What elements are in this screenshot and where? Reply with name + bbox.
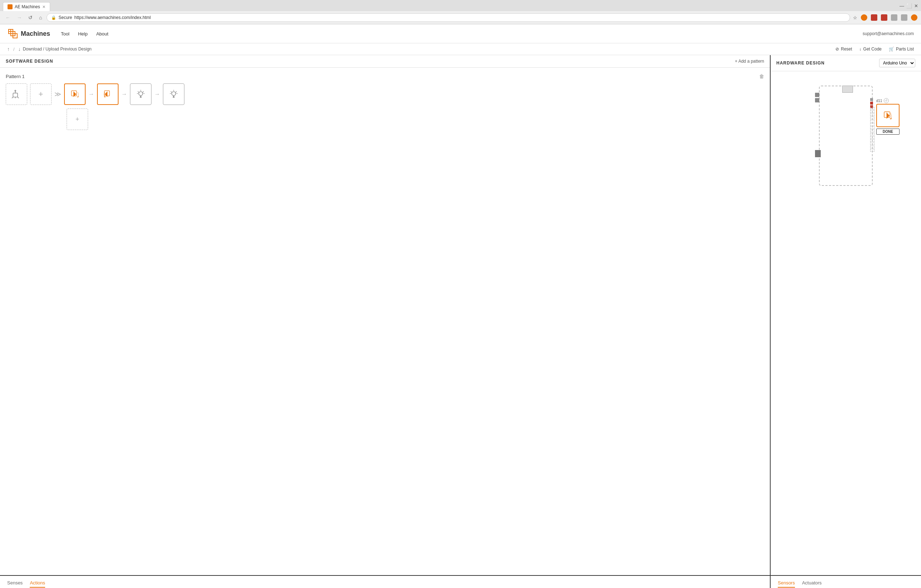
app: Machines Tool Help About support@aemachi… — [0, 24, 921, 588]
action-block-2[interactable] — [97, 83, 119, 105]
reload-button[interactable]: ↺ — [26, 14, 34, 21]
dashed-pin — [870, 123, 874, 126]
plus-icon: + — [39, 90, 43, 99]
tab-close-icon[interactable]: ✕ — [42, 5, 46, 9]
extension-icon-2[interactable] — [871, 14, 877, 21]
dashed-pin — [870, 126, 874, 129]
bookmark-icon[interactable]: ☆ — [853, 15, 857, 20]
nav-about[interactable]: About — [96, 31, 109, 36]
toolbar: ↑ / ↓ Download / Upload Previous Design … — [0, 43, 921, 55]
pin-block — [815, 98, 819, 103]
secure-badge: 🔒 — [51, 15, 56, 20]
home-button[interactable]: ⌂ — [37, 14, 44, 21]
tab-favicon — [8, 4, 13, 9]
rotate-cw-icon — [69, 88, 81, 100]
get-code-label: Get Code — [863, 47, 882, 52]
flow-arrow: ≫ — [54, 90, 61, 98]
delete-icon[interactable]: 🗑 — [759, 73, 764, 79]
bottom-right-tabs: Sensors Actuators — [778, 580, 914, 588]
pin — [870, 98, 873, 101]
right-pins — [870, 98, 873, 108]
actions-tab[interactable]: Actions — [30, 580, 45, 588]
actuators-tab[interactable]: Actuators — [802, 580, 822, 588]
senses-tab[interactable]: Senses — [7, 580, 23, 588]
dashed-pin — [870, 136, 874, 138]
toolbar-left: ↑ / ↓ Download / Upload Previous Design — [7, 46, 92, 52]
dashed-pin — [870, 139, 874, 142]
extension-icon-5[interactable] — [901, 14, 907, 21]
hardware-content: d11 ↺ DONE — [771, 71, 921, 575]
add-pattern-button[interactable]: + Add a pattern — [735, 59, 764, 64]
nav-tool[interactable]: Tool — [61, 31, 70, 36]
minimize-button[interactable]: — — [900, 3, 904, 8]
sensors-tab[interactable]: Sensors — [778, 580, 795, 588]
board-visual: d11 ↺ DONE — [810, 78, 882, 193]
secure-label: Secure — [59, 15, 72, 20]
svg-rect-5 — [13, 93, 18, 97]
forward-button[interactable]: → — [15, 14, 24, 21]
extension-icon-4[interactable] — [891, 14, 897, 21]
nav-help[interactable]: Help — [78, 31, 88, 36]
bottom-panel: Senses Actions Rotate CW — [0, 575, 921, 588]
board-outline — [819, 86, 873, 186]
get-code-icon: ↓ — [859, 47, 862, 52]
dashed-pin — [870, 110, 874, 113]
dashed-pin — [870, 107, 874, 109]
connector-arrow-1: → — [88, 91, 94, 98]
sense-block[interactable] — [6, 83, 27, 105]
svg-line-9 — [18, 97, 19, 98]
svg-point-15 — [138, 92, 143, 96]
add-sense-block[interactable]: + — [30, 83, 52, 105]
light-icon-1 — [135, 88, 146, 100]
extension-icon-6[interactable] — [911, 14, 918, 21]
software-panel: SOFTWARE DESIGN + Add a pattern Pattern … — [0, 55, 771, 575]
close-button[interactable]: ✕ — [914, 3, 918, 8]
svg-point-7 — [15, 90, 16, 91]
servo-component-box[interactable] — [876, 104, 900, 127]
browser-tab[interactable]: AE Machines ✕ — [3, 2, 50, 11]
add-pattern-label: + Add a pattern — [735, 59, 764, 64]
dashed-pin — [870, 133, 874, 135]
upload-icon[interactable]: ↑ — [7, 46, 10, 52]
light-block-1[interactable] — [130, 83, 151, 105]
svg-line-30 — [176, 91, 177, 92]
d11-label: d11 — [876, 99, 882, 103]
app-nav: Machines Tool Help About support@aemachi… — [0, 24, 921, 43]
dashed-pin — [870, 120, 874, 122]
download-icon[interactable]: ↓ — [18, 46, 21, 52]
nav-links: Tool Help About — [61, 31, 109, 36]
browser-chrome: AE Machines ✕ — ⬜ ✕ ← → ↺ ⌂ 🔒 Secure htt… — [0, 0, 921, 24]
reset-button[interactable]: ⊘ Reset — [835, 47, 852, 52]
extension-icon-1[interactable] — [861, 14, 867, 21]
parts-list-icon: 🛒 — [889, 47, 894, 52]
pattern-name: Pattern 1 — [6, 74, 25, 79]
left-pins — [815, 93, 819, 103]
pin-orange — [870, 102, 873, 104]
dashed-pin — [870, 143, 874, 145]
parts-list-label: Parts List — [896, 47, 914, 52]
hardware-panel: HARDWARE DESIGN Arduino Uno — [771, 55, 921, 575]
logo: Machines — [7, 28, 50, 39]
restore-button[interactable]: ⬜ — [906, 3, 912, 8]
hardware-panel-header: HARDWARE DESIGN Arduino Uno — [771, 55, 921, 71]
sense-icon — [11, 88, 22, 100]
svg-point-25 — [171, 92, 176, 96]
action-block-1[interactable] — [64, 83, 86, 105]
bottom-right: Sensors Actuators Small Button — [771, 576, 921, 588]
component-d11[interactable]: d11 ↺ DONE — [876, 98, 903, 135]
extension-icon-3[interactable] — [881, 14, 887, 21]
svg-line-20 — [143, 91, 143, 92]
light-block-2[interactable] — [163, 83, 184, 105]
svg-line-19 — [138, 91, 138, 92]
logo-text: Machines — [21, 30, 50, 37]
url-bar[interactable]: 🔒 Secure https://www.aemachines.com/inde… — [47, 13, 850, 22]
design-label: Download / Upload Previous Design — [23, 47, 92, 52]
light-icon-2 — [168, 88, 179, 100]
get-code-button[interactable]: ↓ Get Code — [859, 47, 882, 52]
add-action-block[interactable]: + — [67, 109, 88, 130]
small-connector — [815, 150, 821, 157]
back-button[interactable]: ← — [3, 14, 12, 21]
software-panel-title: SOFTWARE DESIGN — [6, 59, 53, 64]
parts-list-button[interactable]: 🛒 Parts List — [889, 47, 914, 52]
board-select[interactable]: Arduino Uno — [879, 59, 915, 67]
